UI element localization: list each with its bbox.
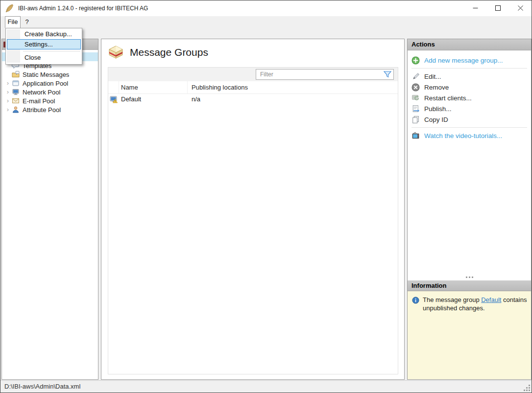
close-button[interactable] (509, 0, 532, 16)
close-icon (518, 5, 523, 11)
tree-item-label: Network Pool (23, 89, 60, 96)
add-circle-icon (411, 56, 420, 65)
pencil-icon (411, 72, 420, 81)
tree-item-network-pool[interactable]: › Network Pool (2, 88, 98, 96)
tree-item-attribute-pool[interactable]: › Attribute Pool (2, 105, 98, 114)
default-group-link[interactable]: Default (481, 296, 501, 303)
menu-separator (23, 51, 80, 51)
action-copy-id[interactable]: Copy ID (408, 114, 531, 125)
actions-header: Actions (408, 39, 531, 50)
maximize-button[interactable] (486, 0, 509, 16)
panel-splitter[interactable] (408, 275, 531, 279)
chevron-right-icon[interactable]: › (4, 106, 12, 114)
info-icon (412, 297, 419, 304)
data-file-path: D:\IBI-aws\Admin\Data.xml (4, 383, 80, 390)
title-bar: IBI-aws Admin 1.24.0 - registered for IB… (0, 0, 532, 16)
envelope-icon (12, 97, 20, 105)
funnel-icon (383, 70, 392, 78)
tree-item-email-pool[interactable]: › E-mail Pool (2, 96, 98, 105)
table-row[interactable]: Default n/a (108, 94, 398, 104)
separator (411, 127, 527, 128)
actions-list: Add new message group... Edit... Remove … (408, 50, 531, 141)
menu-bar: File ? (0, 16, 532, 28)
info-text-before: The message group (423, 296, 481, 303)
resize-grip[interactable] (523, 384, 530, 391)
actions-panel: Actions Add new message group... Edit...… (407, 39, 532, 380)
action-add-new-message-group[interactable]: Add new message group... (408, 55, 531, 66)
table-header: Name Publishing locations (108, 81, 398, 94)
action-edit[interactable]: Edit... (408, 71, 531, 82)
action-watch-video-tutorials[interactable]: Watch the video-tutorials... (408, 130, 531, 141)
menu-help[interactable]: ? (21, 16, 33, 28)
information-message: The message group Default contains unpub… (423, 296, 527, 379)
navigation-panel: Message Groups Templates Static Messages… (1, 39, 98, 380)
tree-item-label: Attribute Pool (23, 106, 61, 114)
chevron-right-icon[interactable]: › (4, 88, 12, 96)
tree-item-application-pool[interactable]: › Application Pool (2, 79, 98, 88)
message-folder-icon (12, 70, 20, 78)
status-bar: D:\IBI-aws\Admin\Data.xml (0, 380, 532, 393)
information-header: Information (408, 280, 531, 291)
row-icon-cell (108, 94, 119, 104)
message-groups-list: Name Publishing locations Default n/a (108, 67, 398, 374)
chevron-right-icon[interactable]: › (4, 79, 12, 87)
main-panel: Message Groups Name Publishing locations (101, 39, 405, 380)
tv-icon (411, 132, 420, 140)
row-name-cell: Default (119, 94, 188, 104)
menu-file[interactable]: File (5, 16, 21, 28)
tree-item-label: Static Messages (23, 71, 69, 78)
remove-circle-icon (411, 83, 420, 92)
page-title: Message Groups (130, 46, 208, 58)
separator (411, 68, 527, 69)
window-title: IBI-aws Admin 1.24.0 - registered for IB… (18, 5, 148, 12)
filter-box (256, 69, 394, 80)
column-header-name[interactable]: Name (119, 81, 188, 93)
tree-item-static-messages[interactable]: Static Messages (2, 70, 98, 79)
app-window-icon (12, 79, 20, 87)
information-content: The message group Default contains unpub… (408, 291, 531, 379)
action-restart-clients[interactable]: Restart clients... (408, 92, 531, 103)
tree-item-label: Application Pool (23, 80, 68, 87)
message-groups-cube-icon (108, 46, 123, 59)
menu-item-close[interactable]: Close (7, 53, 81, 63)
menu-item-settings[interactable]: Settings... (7, 39, 81, 49)
file-dropdown-menu: Create Backup... Settings... Close (5, 28, 82, 65)
app-window: IBI-aws Admin 1.24.0 - registered for IB… (0, 0, 532, 393)
maximize-icon (495, 5, 501, 11)
monitor-icon (12, 88, 20, 96)
minimize-button[interactable] (464, 0, 486, 16)
menu-item-create-backup[interactable]: Create Backup... (7, 29, 81, 39)
publish-page-icon (411, 105, 420, 113)
app-logo-quill-icon (5, 4, 14, 13)
person-icon (12, 106, 20, 114)
action-remove[interactable]: Remove (408, 82, 531, 92)
action-publish[interactable]: Publish... (408, 103, 531, 114)
filter-input[interactable] (256, 70, 382, 79)
tree-item-label: E-mail Pool (23, 97, 55, 105)
copy-pages-icon (411, 116, 420, 124)
row-publishing-locations-cell: n/a (188, 94, 398, 104)
chevron-right-icon[interactable]: › (4, 97, 12, 105)
icon-column-header (108, 81, 119, 93)
main-header: Message Groups (101, 39, 404, 59)
screen-warning-icon (110, 95, 118, 103)
restart-clients-icon (411, 94, 420, 102)
column-header-publishing-locations[interactable]: Publishing locations (188, 81, 398, 93)
filter-funnel-button[interactable] (382, 69, 393, 79)
filter-bar (108, 68, 398, 81)
minimize-icon (473, 5, 478, 11)
